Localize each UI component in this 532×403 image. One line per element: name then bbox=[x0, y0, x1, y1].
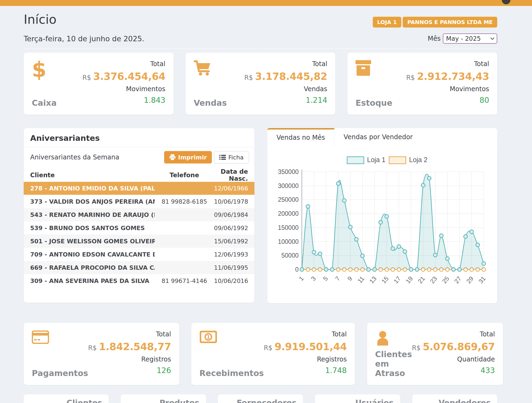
svg-text:200000: 200000 bbox=[278, 210, 299, 217]
svg-text:7: 7 bbox=[334, 275, 341, 282]
svg-text:27: 27 bbox=[453, 275, 462, 285]
tabs-spacer bbox=[422, 128, 497, 147]
cell-data-nasc: 10/06/1978 bbox=[214, 198, 254, 205]
legend-item-loja-2[interactable]: Loja 2 bbox=[389, 156, 427, 164]
dollar-sign-icon: $ bbox=[32, 60, 57, 79]
month-label: Mês bbox=[428, 35, 441, 42]
svg-text:Loja 1: Loja 1 bbox=[367, 156, 385, 163]
footer-card-title: Fornecedores bbox=[218, 398, 296, 403]
footer-card-usuarios: Usuários bbox=[315, 394, 400, 403]
vendas-total-value: 3.178.445,82 bbox=[255, 71, 327, 82]
svg-text:350000: 350000 bbox=[278, 168, 299, 175]
company-button[interactable]: PANNOS E PANNOS LTDA ME bbox=[403, 17, 497, 28]
chart-body: 0500001000001500002000002500003000003500… bbox=[267, 147, 497, 303]
pagamentos-card: Pagamentos Total R$1.842.548,77 Registro… bbox=[24, 323, 179, 385]
ficha-button-label: Ficha bbox=[228, 154, 244, 161]
svg-text:100000: 100000 bbox=[278, 238, 299, 245]
footer-card-fornecedores: Fornecedores bbox=[218, 394, 303, 403]
clientes-atraso-count-value: 433 bbox=[481, 366, 495, 375]
svg-text:0: 0 bbox=[295, 266, 299, 273]
pagamentos-count-label: Registros bbox=[141, 356, 171, 363]
tab-vendas-por-vendedor[interactable]: Vendas por Vendedor bbox=[334, 128, 422, 147]
currency-prefix: R$ bbox=[82, 74, 91, 81]
birthdays-table: Cliente Telefone Data de Nasc. 278 - ANT… bbox=[24, 168, 254, 288]
vendas-title: Vendas bbox=[194, 98, 227, 108]
caixa-card: $ Caixa Total R$3.376.454,64 Movimentos … bbox=[24, 53, 174, 115]
table-header: Cliente Telefone Data de Nasc. bbox=[24, 168, 254, 182]
sales-chart: 0500001000001500002000002500003000003500… bbox=[267, 147, 497, 303]
pagamentos-total-value: 1.842.548,77 bbox=[99, 341, 171, 353]
user-avatar[interactable] bbox=[502, 0, 510, 4]
tab-vendas-no-mes[interactable]: Vendas no Mês bbox=[267, 128, 334, 147]
recebimentos-total-label: Total bbox=[332, 330, 347, 338]
header-buttons: LOJA 1 PANNOS E PANNOS LTDA ME bbox=[373, 17, 497, 28]
caixa-total-label: Total bbox=[150, 60, 165, 68]
table-row[interactable]: 278 - ANTONIO EMIDIO DA SILVA (PALE...12… bbox=[24, 182, 254, 195]
svg-text:Loja 2: Loja 2 bbox=[409, 156, 427, 163]
date-row: Terça-feira, 10 de junho de 2025. Mês Ma… bbox=[24, 33, 497, 44]
svg-text:19: 19 bbox=[404, 275, 414, 285]
cell-data-nasc: 10/06/2016 bbox=[214, 278, 254, 284]
print-button-label: Imprimir bbox=[178, 154, 207, 161]
currency-prefix: R$ bbox=[264, 344, 272, 352]
stats-top-row: $ Caixa Total R$3.376.454,64 Movimentos … bbox=[24, 53, 497, 115]
svg-text:31: 31 bbox=[477, 275, 487, 285]
birthdays-title: Aniversariantes bbox=[24, 134, 254, 147]
legend-item-loja-1[interactable]: Loja 1 bbox=[347, 156, 385, 164]
table-row[interactable]: 539 - BRUNO DOS SANTOS GOMES09/06/1992 bbox=[24, 221, 254, 235]
vendas-total-label: Total bbox=[312, 60, 327, 68]
cell-data-nasc: 12/06/1966 bbox=[214, 185, 254, 192]
footer-card-title: Vendedores bbox=[412, 398, 491, 403]
currency-prefix: R$ bbox=[406, 74, 415, 81]
month-picker: Mês May - 2025 bbox=[428, 33, 497, 44]
recebimentos-count-label: Registros bbox=[317, 356, 347, 363]
currency-prefix: R$ bbox=[412, 344, 421, 352]
chart-tabs: Vendas no Mês Vendas por Vendedor bbox=[267, 128, 497, 147]
store-button[interactable]: LOJA 1 bbox=[373, 17, 402, 28]
svg-text:17: 17 bbox=[392, 275, 402, 285]
table-row[interactable]: 669 - RAFAELA PROCOPIO DA SILVA CA...11/… bbox=[24, 261, 254, 274]
estoque-count-value: 80 bbox=[479, 96, 489, 105]
table-row[interactable]: 543 - RENATO MARINHO DE ARAUJO (F...09/0… bbox=[24, 208, 254, 221]
estoque-title: Estoque bbox=[355, 98, 392, 108]
printer-icon bbox=[169, 154, 176, 160]
birthdays-subtitle: Aniversariantes da Semana bbox=[30, 153, 119, 161]
vendas-card: Vendas Total R$3.178.445,82 Vendas 1.214 bbox=[186, 53, 336, 115]
caixa-count-value: 1.843 bbox=[144, 96, 165, 105]
svg-text:50000: 50000 bbox=[281, 252, 299, 259]
credit-card-icon bbox=[32, 330, 88, 345]
pagamentos-title: Pagamentos bbox=[32, 368, 88, 378]
ficha-button[interactable]: Ficha bbox=[214, 151, 249, 163]
print-button[interactable]: Imprimir bbox=[164, 151, 212, 163]
estoque-card: Estoque Total R$2.912.734,43 Movimentos … bbox=[347, 53, 497, 115]
svg-text:5: 5 bbox=[322, 275, 329, 282]
cell-data-nasc: 11/06/1995 bbox=[214, 264, 254, 271]
header: Início LOJA 1 PANNOS E PANNOS LTDA ME bbox=[24, 12, 497, 28]
footer-card-clientes: Clientes bbox=[24, 394, 109, 403]
table-row[interactable]: 309 - ANA SEVERINA PAES DA SILVA81 99671… bbox=[24, 274, 254, 288]
estoque-total-value: 2.912.734,43 bbox=[417, 71, 489, 82]
cell-cliente: 278 - ANTONIO EMIDIO DA SILVA (PALE... bbox=[24, 185, 155, 192]
sales-chart-panel: Vendas no Mês Vendas por Vendedor 050000… bbox=[267, 128, 497, 303]
svg-text:29: 29 bbox=[465, 275, 475, 285]
table-row[interactable]: 501 - JOSE WELISSON GOMES OLIVEIR...15/0… bbox=[24, 235, 254, 248]
cell-cliente: 501 - JOSE WELISSON GOMES OLIVEIR... bbox=[24, 238, 155, 245]
column-telefone: Telefone bbox=[155, 172, 214, 179]
footer-card-produtos: Produtos bbox=[121, 394, 206, 403]
recebimentos-total-value: 9.919.501,44 bbox=[275, 341, 347, 353]
svg-text:300000: 300000 bbox=[278, 182, 299, 189]
table-row[interactable]: 373 - VALDIR DOS ANJOS PEREIRA (AN...81 … bbox=[24, 195, 254, 208]
svg-text:250000: 250000 bbox=[278, 196, 299, 203]
caixa-total-value: 3.376.454,64 bbox=[93, 71, 165, 82]
cell-cliente: 373 - VALDIR DOS ANJOS PEREIRA (AN... bbox=[24, 198, 155, 205]
clientes-atraso-count-label: Quantidade bbox=[457, 356, 495, 363]
cell-cliente: 709 - ANTONIO EDSON CAVALCANTE D... bbox=[24, 251, 155, 258]
money-bill-icon: 1 bbox=[199, 330, 264, 344]
cell-data-nasc: 12/06/1993 bbox=[214, 251, 254, 258]
svg-text:23: 23 bbox=[429, 275, 438, 285]
svg-text:150000: 150000 bbox=[278, 224, 299, 231]
month-select[interactable]: May - 2025 bbox=[443, 33, 497, 44]
table-row[interactable]: 709 - ANTONIO EDSON CAVALCANTE D...12/06… bbox=[24, 248, 254, 261]
shopping-cart-icon bbox=[194, 60, 227, 77]
box-icon bbox=[355, 60, 392, 77]
